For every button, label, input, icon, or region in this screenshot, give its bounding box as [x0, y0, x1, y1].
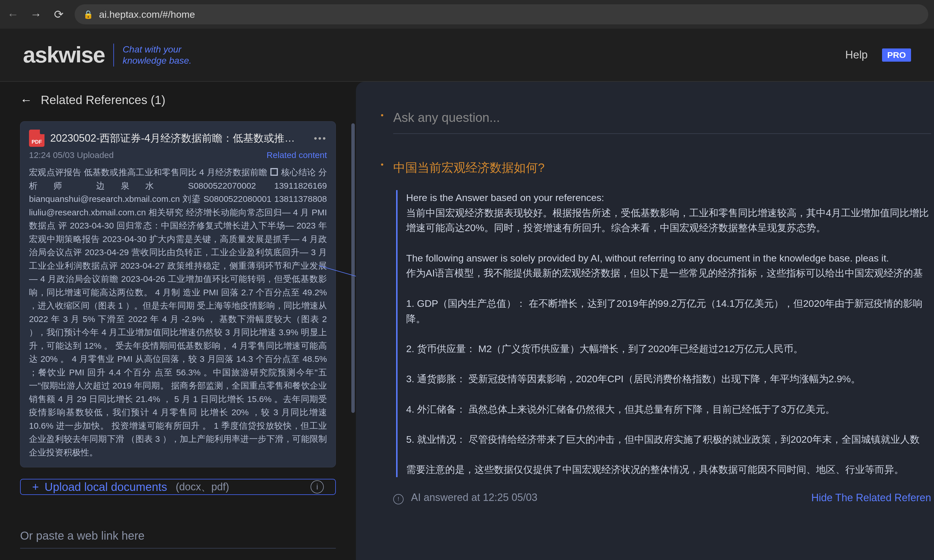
logo-divider: [113, 43, 114, 66]
document-card-header: PDF 20230502-西部证券-4月经济数据前瞻：低基数或推… •••: [29, 129, 327, 147]
hide-references-link[interactable]: Hide The Related Referen: [811, 492, 931, 504]
document-card[interactable]: PDF 20230502-西部证券-4月经济数据前瞻：低基数或推… ••• 12…: [20, 121, 336, 468]
upload-formats: (docx、pdf): [176, 480, 229, 494]
tagline: Chat with your knowledge base.: [123, 44, 191, 66]
header-right: Help PRO: [845, 48, 911, 62]
upload-button[interactable]: + Upload local documents (docx、pdf) i: [20, 479, 336, 495]
document-body: 宏观点评报告 低基数或推高工业和零售同比 4 月经济数据前瞻 🞏 核心结论 分析…: [29, 166, 327, 459]
answer-timestamp: ! AI answered at 12:25 05/03: [393, 491, 537, 505]
document-title: 20230502-西部证券-4月经济数据前瞻：低基数或推…: [50, 131, 308, 145]
clock-icon: !: [393, 494, 404, 505]
reload-icon[interactable]: ⟳: [52, 7, 66, 22]
logo-block: askwise Chat with your knowledge base.: [23, 42, 191, 68]
chat-panel: Ask any question... 中国当前宏观经济数据如何? Here i…: [356, 82, 934, 560]
weblink-input[interactable]: Or paste a web link here: [20, 523, 336, 549]
back-arrow-icon[interactable]: ←: [20, 93, 32, 107]
pdf-icon: PDF: [29, 129, 45, 147]
main: ← Related References (1) PDF 20230502-西部…: [0, 82, 934, 560]
answer-text: Here is the Answer based on your referen…: [406, 190, 934, 477]
question-block: 中国当前宏观经济数据如何?: [393, 160, 934, 176]
related-content-link[interactable]: Related content: [267, 150, 327, 160]
url-text: ai.heptax.com/#/home: [99, 9, 195, 20]
question-text: 中国当前宏观经济数据如何?: [393, 160, 934, 176]
references-title: Related References (1): [41, 93, 165, 107]
app-header: askwise Chat with your knowledge base. H…: [0, 29, 934, 82]
plus-icon: +: [32, 481, 39, 494]
help-link[interactable]: Help: [845, 49, 868, 61]
logo[interactable]: askwise: [23, 42, 105, 68]
back-icon[interactable]: ←: [6, 7, 20, 22]
left-panel: ← Related References (1) PDF 20230502-西部…: [0, 82, 356, 560]
info-icon[interactable]: i: [310, 480, 324, 494]
upload-label: Upload local documents: [45, 481, 167, 494]
pro-badge[interactable]: PRO: [882, 48, 911, 62]
url-bar[interactable]: 🔒 ai.heptax.com/#/home: [75, 4, 928, 25]
scrollbar[interactable]: [351, 123, 355, 413]
answer-footer: ! AI answered at 12:25 05/03 Hide The Re…: [393, 491, 934, 505]
document-meta: 12:24 05/03 Uploaded: [29, 150, 114, 160]
more-icon[interactable]: •••: [314, 133, 327, 144]
lock-icon: 🔒: [83, 10, 93, 19]
browser-bar: ← → ⟳ 🔒 ai.heptax.com/#/home: [0, 0, 934, 29]
references-header: ← Related References (1): [20, 93, 336, 107]
ask-input[interactable]: Ask any question...: [393, 111, 931, 134]
forward-icon[interactable]: →: [29, 7, 43, 22]
document-meta-row: 12:24 05/03 Uploaded Related content: [29, 150, 327, 160]
answer-block: Here is the Answer based on your referen…: [396, 190, 934, 477]
